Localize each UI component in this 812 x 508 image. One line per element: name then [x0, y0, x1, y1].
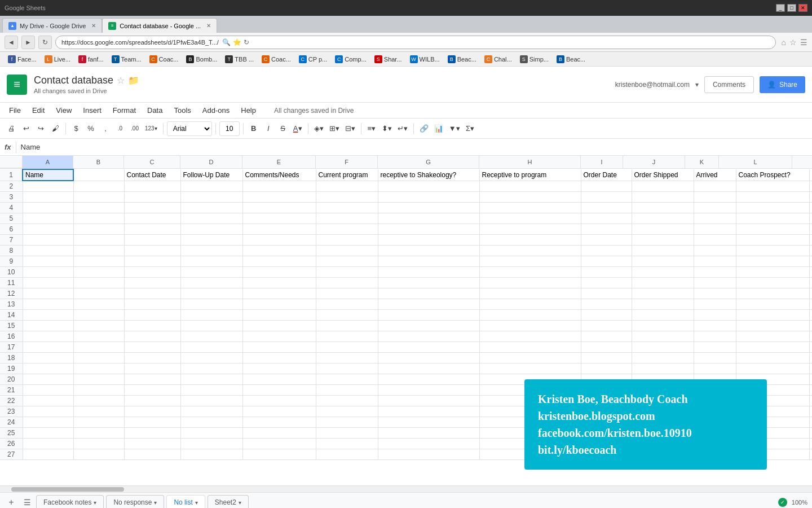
cell-J1[interactable]: Order Shipped: [632, 169, 694, 181]
cell-D14[interactable]: [180, 309, 242, 320]
cell-C13[interactable]: [124, 299, 180, 309]
cell-M17[interactable]: [809, 341, 812, 352]
cell-B25[interactable]: [73, 427, 124, 438]
cell-H19[interactable]: [479, 363, 581, 374]
col-header-b[interactable]: B: [73, 156, 124, 168]
cell-G18[interactable]: [378, 352, 479, 363]
cell-C21[interactable]: [124, 384, 180, 395]
forward-button[interactable]: ►: [21, 36, 35, 49]
cell-M12[interactable]: [809, 288, 812, 299]
cell-I16[interactable]: [581, 331, 632, 341]
cell-A24[interactable]: [23, 417, 73, 427]
cell-B26[interactable]: [73, 438, 124, 449]
cell-H11[interactable]: [479, 277, 581, 288]
settings-icon[interactable]: ☰: [800, 38, 807, 47]
cell-D8[interactable]: [180, 245, 242, 256]
row-num-4[interactable]: 4: [0, 202, 23, 213]
menu-addons[interactable]: Add-ons: [198, 104, 234, 117]
tab-sheets[interactable]: ≡ Contact database - Google ... ✕: [102, 18, 217, 33]
menu-insert[interactable]: Insert: [78, 104, 106, 117]
bookmark-wilb[interactable]: W WILB...: [407, 54, 443, 64]
cell-E24[interactable]: [242, 417, 316, 427]
font-size-input[interactable]: [219, 121, 240, 136]
cell-K1[interactable]: Arrived: [694, 169, 736, 181]
menu-data[interactable]: Data: [143, 104, 167, 117]
filter-button[interactable]: ▼▾: [447, 121, 462, 137]
row-num-26[interactable]: 26: [0, 438, 23, 449]
cell-H13[interactable]: [479, 299, 581, 309]
tab-no-response[interactable]: No response ▾: [106, 495, 164, 509]
tab-facebook-notes[interactable]: Facebook notes ▾: [36, 495, 104, 509]
cell-M18[interactable]: [809, 352, 812, 363]
row-num-13[interactable]: 13: [0, 299, 23, 309]
cell-D21[interactable]: [180, 384, 242, 395]
cell-F6[interactable]: [316, 224, 378, 234]
cell-L5[interactable]: [736, 213, 809, 224]
cell-F16[interactable]: [316, 331, 378, 341]
cell-I18[interactable]: [581, 352, 632, 363]
row-num-5[interactable]: 5: [0, 213, 23, 224]
menu-help[interactable]: Help: [236, 104, 261, 117]
comma-button[interactable]: ,: [99, 121, 112, 137]
cell-C26[interactable]: [124, 438, 180, 449]
cell-M14[interactable]: [809, 309, 812, 320]
row-num-21[interactable]: 21: [0, 384, 23, 395]
cell-E12[interactable]: [242, 288, 316, 299]
cell-B15[interactable]: [73, 320, 124, 331]
cell-G12[interactable]: [378, 288, 479, 299]
cell-C11[interactable]: [124, 277, 180, 288]
cell-M27[interactable]: [809, 449, 812, 459]
cell-H12[interactable]: [479, 288, 581, 299]
col-header-c[interactable]: C: [124, 156, 180, 168]
col-header-l[interactable]: L: [719, 156, 792, 168]
cell-I10[interactable]: [581, 266, 632, 277]
cell-E2[interactable]: [242, 181, 316, 191]
cell-E9[interactable]: [242, 256, 316, 266]
undo-button[interactable]: ↩: [19, 121, 33, 137]
cell-M6[interactable]: [809, 224, 812, 234]
cell-M13[interactable]: [809, 299, 812, 309]
cell-M4[interactable]: [809, 202, 812, 213]
menu-tools[interactable]: Tools: [169, 104, 195, 117]
cell-C8[interactable]: [124, 245, 180, 256]
cell-E4[interactable]: [242, 202, 316, 213]
cell-F9[interactable]: [316, 256, 378, 266]
cell-I14[interactable]: [581, 309, 632, 320]
cell-L6[interactable]: [736, 224, 809, 234]
cell-K17[interactable]: [694, 341, 736, 352]
link-button[interactable]: 🔗: [417, 121, 431, 137]
cell-B3[interactable]: [73, 191, 124, 202]
row-num-25[interactable]: 25: [0, 427, 23, 438]
tab-no-list[interactable]: No list ▾: [166, 495, 205, 509]
cell-G17[interactable]: [378, 341, 479, 352]
cell-H7[interactable]: [479, 234, 581, 245]
cell-E20[interactable]: [242, 374, 316, 384]
cell-E19[interactable]: [242, 363, 316, 374]
cell-G7[interactable]: [378, 234, 479, 245]
col-header-f[interactable]: F: [316, 156, 378, 168]
cell-G1[interactable]: receptive to Shakeology?: [378, 169, 479, 181]
cell-D22[interactable]: [180, 395, 242, 406]
close-button[interactable]: ✕: [798, 4, 807, 12]
sum-button[interactable]: Σ▾: [464, 121, 477, 137]
bookmark-live[interactable]: L Live...: [41, 54, 74, 64]
cell-K18[interactable]: [694, 352, 736, 363]
cell-A23[interactable]: [23, 406, 73, 417]
cell-A27[interactable]: [23, 449, 73, 459]
cell-K10[interactable]: [694, 266, 736, 277]
cell-A17[interactable]: [23, 341, 73, 352]
row-num-12[interactable]: 12: [0, 288, 23, 299]
bookmark-simp[interactable]: S Simp...: [517, 54, 552, 64]
cell-M20[interactable]: [809, 374, 812, 384]
cell-K14[interactable]: [694, 309, 736, 320]
cell-D23[interactable]: [180, 406, 242, 417]
cell-C2[interactable]: [124, 181, 180, 191]
valign-button[interactable]: ⬍▾: [379, 121, 394, 137]
cell-E18[interactable]: [242, 352, 316, 363]
cell-B6[interactable]: [73, 224, 124, 234]
cell-F17[interactable]: [316, 341, 378, 352]
cell-J4[interactable]: [632, 202, 694, 213]
cell-J15[interactable]: [632, 320, 694, 331]
cell-G2[interactable]: [378, 181, 479, 191]
cell-L8[interactable]: [736, 245, 809, 256]
